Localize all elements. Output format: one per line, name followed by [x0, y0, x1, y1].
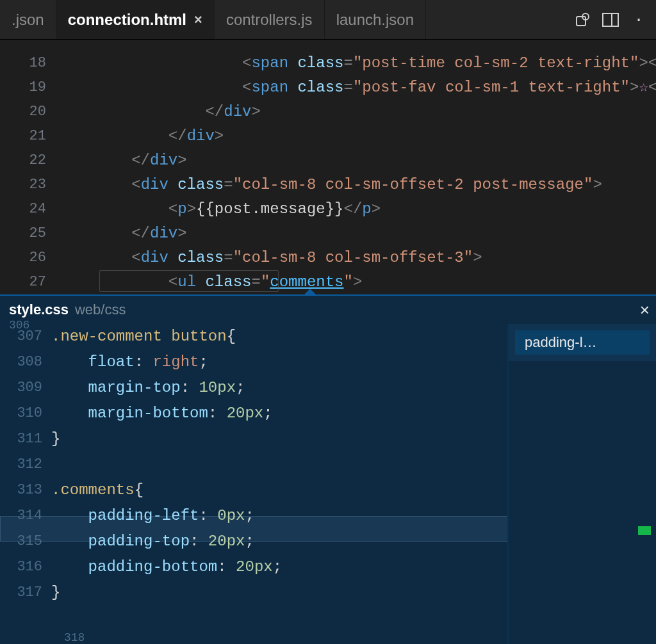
tab-bar: .json connection.html × controllers.js l…	[0, 0, 656, 40]
reference-separator	[507, 324, 509, 644]
peek-editor[interactable]: 306 307308309310311312313314315316317 .n…	[0, 324, 656, 644]
peek-file-path: web/css	[75, 302, 126, 318]
svg-rect-0	[577, 17, 586, 26]
truncated-line-number: 318	[64, 631, 85, 644]
reveal-icon[interactable]	[574, 12, 591, 28]
code-area[interactable]: <span class="post-time col-sm-2 text-rig…	[58, 51, 656, 294]
tab-json[interactable]: .json	[0, 0, 56, 39]
minimap-marker	[638, 526, 651, 535]
editor-html[interactable]: 18192021222324252627 <span class="post-t…	[0, 40, 656, 294]
close-icon[interactable]: ×	[640, 300, 650, 320]
more-icon[interactable]: ·	[630, 12, 647, 28]
code-area[interactable]: .new-comment button{ float: right; margi…	[51, 324, 656, 644]
reference-item[interactable]: padding-l…	[515, 330, 650, 355]
gutter: 306 307308309310311312313314315316317	[0, 324, 51, 644]
peek-header: style.css web/css ×	[0, 296, 656, 324]
close-icon[interactable]: ×	[194, 12, 202, 28]
gutter: 18192021222324252627	[0, 51, 58, 294]
tab-connection-html[interactable]: connection.html ×	[56, 0, 215, 39]
peek-pointer-icon	[304, 289, 316, 295]
tab-controllers-js[interactable]: controllers.js	[215, 0, 325, 39]
reference-list: padding-l…	[509, 324, 656, 361]
peek-view: style.css web/css × 306 3073083093103113…	[0, 294, 656, 644]
tab-actions: ·	[565, 12, 656, 28]
split-editor-icon[interactable]	[602, 12, 619, 28]
tab-launch-json[interactable]: launch.json	[325, 0, 426, 39]
